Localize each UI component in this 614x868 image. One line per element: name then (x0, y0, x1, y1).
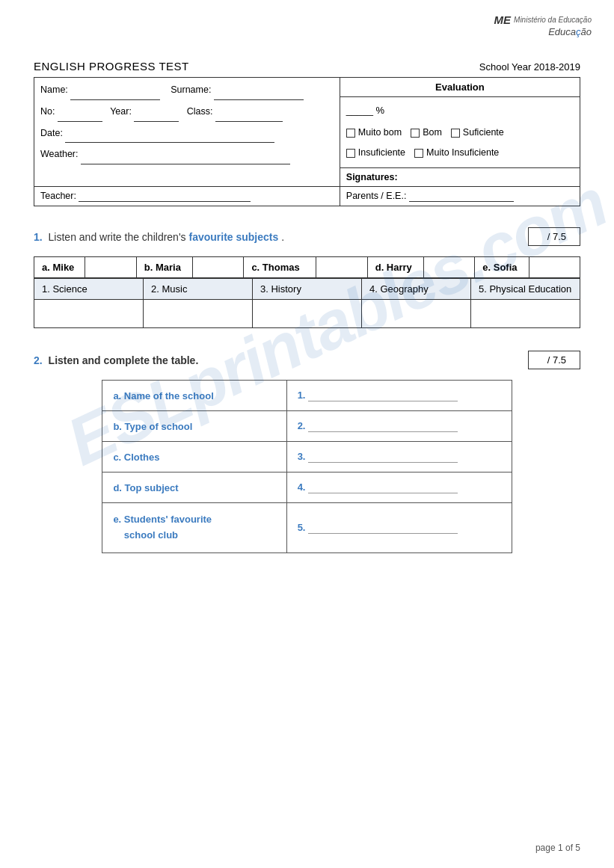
question1-line: 1. Listen and write the children's favou… (34, 227, 580, 246)
year-label: Year: (110, 106, 132, 117)
complete-2-num: 2. (298, 420, 306, 431)
complete-c-label: c. (113, 452, 121, 463)
question2-line: 2. Listen and complete the table. / 7.5 (34, 351, 580, 369)
complete-3-num: 3. (298, 451, 306, 462)
teacher-field[interactable] (79, 191, 251, 202)
muito-bom-label: Muito bom (358, 123, 402, 142)
col-e-answer[interactable] (529, 257, 580, 278)
logo-educacao: Educação (494, 26, 592, 37)
complete-label-3: c. Clothes (102, 442, 286, 473)
section-2: 2. Listen and complete the table. / 7.5 … (34, 351, 580, 553)
parents-cell: Parents / E.E.: (340, 187, 580, 206)
checkbox-insuficiente-box[interactable] (346, 149, 355, 158)
checkbox-bom[interactable]: Bom (411, 123, 442, 142)
complete-answer-3[interactable]: 3. (286, 442, 512, 473)
header-row: ENGLISH PROGRESS TEST School Year 2018-2… (34, 60, 580, 73)
complete-row-4: d. Top subject 4. (102, 473, 512, 503)
checkbox-bom-box[interactable] (411, 129, 420, 138)
muito-insuficiente-label: Muito Insuficiente (426, 144, 499, 162)
complete-3-field[interactable] (308, 451, 458, 463)
logo-ministry: Ministério da Educação (514, 16, 592, 24)
year-field[interactable] (134, 103, 179, 122)
subject-1-label: 1. Science (34, 279, 144, 300)
name-row: Name: Surname: (40, 81, 334, 100)
insuficiente-label: Insuficiente (358, 144, 405, 162)
info-table: Name: Surname: No: Year: Class: (34, 77, 580, 206)
class-field[interactable] (215, 103, 283, 122)
q2-number: 2. (34, 354, 43, 366)
school-year: School Year 2018-2019 (479, 61, 580, 73)
signatures-label: Signatures: (340, 168, 580, 187)
parents-label: Parents / E.E.: (346, 191, 407, 201)
col-c-label: c. Thomas (244, 257, 316, 278)
checkbox-row-1: Muito bom Bom Suficiente (346, 123, 574, 142)
subject-4-answer[interactable] (362, 300, 471, 328)
subject-5-label: 5. Physical Education (471, 279, 580, 300)
complete-a-label: a. (113, 390, 121, 401)
date-label: Date: (40, 128, 63, 138)
logo-me: ME (494, 13, 512, 26)
complete-2-field[interactable] (308, 420, 458, 432)
checkbox-suficiente[interactable]: Suficiente (451, 123, 504, 142)
q1-number: 1. (34, 231, 43, 243)
col-a-label: a. Mike (34, 257, 85, 278)
surname-label: Surname: (171, 84, 211, 95)
complete-4-field[interactable] (308, 481, 458, 493)
teacher-cell: Teacher: (34, 187, 340, 206)
q1-highlight: favourite subjects (188, 231, 278, 243)
checkbox-insuficiente[interactable]: Insuficiente (346, 144, 405, 162)
complete-answer-1[interactable]: 1. (286, 381, 512, 411)
complete-b-text: Type of school (125, 421, 193, 432)
names-row: a. Mike b. Maria c. Thomas d. Harry e. S… (34, 257, 580, 278)
parents-field[interactable] (409, 191, 514, 202)
date-row: Date: (40, 125, 334, 144)
complete-5-field[interactable] (308, 522, 458, 534)
name-field[interactable] (70, 81, 160, 100)
bom-label: Bom (423, 123, 442, 142)
checkbox-suficiente-box[interactable] (451, 129, 460, 138)
complete-d-label: d. (113, 482, 122, 493)
col-e-label: e. Sofia (475, 257, 529, 278)
checkbox-muito-bom-box[interactable] (346, 129, 355, 138)
weather-field[interactable] (81, 146, 290, 164)
complete-b-label: b. (113, 421, 122, 432)
subjects-answer-row (34, 300, 580, 328)
subject-1-answer[interactable] (34, 300, 144, 328)
col-d-answer[interactable] (423, 257, 474, 278)
complete-e-label: e. (113, 514, 121, 525)
col-d-label: d. Harry (367, 257, 423, 278)
class-label: Class: (187, 106, 213, 117)
q2-text: Listen and complete the table. (49, 354, 199, 366)
name-label: Name: (40, 84, 68, 95)
complete-answer-5[interactable]: 5. (286, 503, 512, 553)
suficiente-label: Suficiente (463, 123, 504, 142)
q2-score: / 7.5 (528, 351, 580, 369)
subject-4-label: 4. Geography (362, 279, 471, 300)
subject-3-answer[interactable] (253, 300, 362, 328)
checkbox-muito-insuficiente-box[interactable] (414, 149, 423, 158)
logo-area: ME Ministério da Educação Educação (494, 13, 592, 37)
subject-5-answer[interactable] (471, 300, 580, 328)
teacher-label: Teacher: (40, 191, 76, 201)
col-a-answer[interactable] (85, 257, 136, 278)
col-c-answer[interactable] (316, 257, 367, 278)
checkbox-muito-insuficiente[interactable]: Muito Insuficiente (414, 144, 499, 162)
date-field[interactable] (65, 125, 274, 144)
complete-label-1: a. Name of the school (102, 381, 286, 411)
complete-label-5: e. Students' favourite school club (102, 503, 286, 553)
no-field[interactable] (58, 103, 102, 122)
complete-1-num: 1. (298, 390, 306, 401)
checkbox-muito-bom[interactable]: Muito bom (346, 123, 402, 142)
complete-row-1: a. Name of the school 1. (102, 381, 512, 411)
complete-answer-2[interactable]: 2. (286, 411, 512, 442)
surname-field[interactable] (214, 81, 304, 100)
subject-2-answer[interactable] (144, 300, 253, 328)
complete-1-field[interactable] (308, 390, 458, 401)
col-b-label: b. Maria (136, 257, 192, 278)
percent-blank: _____ (346, 105, 373, 116)
checkbox-row-2: Insuficiente Muito Insuficiente (346, 144, 574, 162)
col-b-answer[interactable] (192, 257, 243, 278)
complete-answer-4[interactable]: 4. (286, 473, 512, 503)
no-label: No: (40, 106, 55, 117)
complete-row-5: e. Students' favourite school club 5. (102, 503, 512, 553)
